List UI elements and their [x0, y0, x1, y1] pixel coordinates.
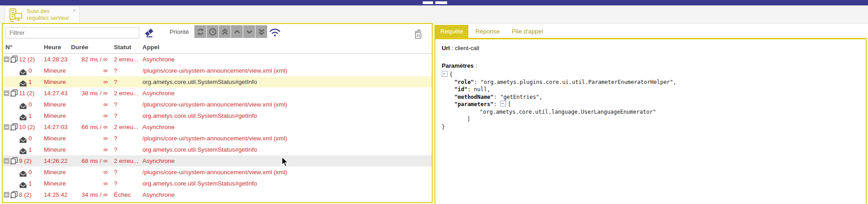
- column-header-heure[interactable]: Heure: [44, 41, 61, 53]
- tab-requete[interactable]: Requête: [435, 25, 468, 38]
- subrequest-row[interactable]: 0Mineure∞?/plugins/core-ui/system-announ…: [3, 133, 432, 144]
- time-cell: Mineure: [44, 178, 66, 189]
- column-header-appel[interactable]: Appel: [142, 41, 160, 53]
- subrequest-row[interactable]: 0Mineure∞?/plugins/core-ui/system-announ…: [3, 65, 432, 76]
- tab-pile-appel[interactable]: Pile d'appel: [507, 25, 548, 38]
- request-row[interactable]: 9 (2)14:26:2268 ms / ∞2 erreu...Asynchro…: [3, 155, 432, 167]
- subrequest-row[interactable]: 0Mineure∞?/plugins/core-ui/system-announ…: [3, 99, 432, 110]
- topbar-fragment: [435, 1, 447, 4]
- request-row[interactable]: 11 (2)14:27:4338 ms / ∞2 erreu...Asynchr…: [3, 88, 432, 99]
- subrequest-number: 1: [28, 110, 32, 121]
- duration-cell: ∞: [66, 144, 108, 155]
- json-key: "id": [454, 86, 467, 93]
- collapse-toggle-icon[interactable]: [4, 158, 9, 164]
- request-row[interactable]: 12 (2)14:28:2382 ms / ∞2 erreu...Asynchr…: [3, 54, 432, 65]
- request-detail-panel: Requête Réponse Pile d'appel Url : clien…: [434, 25, 867, 204]
- requests-table-body: 12 (2)14:28:2382 ms / ∞2 erreu...Asynchr…: [3, 54, 432, 202]
- status-cell: ?: [114, 133, 141, 144]
- status-cell: ?: [114, 167, 141, 178]
- collapse-toggle-icon[interactable]: [4, 192, 9, 198]
- trash-icon[interactable]: [414, 29, 423, 40]
- call-cell: org.ametys.core.util.SystemStatus#getInf…: [142, 76, 430, 88]
- priority-down-button[interactable]: [243, 25, 255, 38]
- status-cell: ?: [114, 144, 141, 155]
- priority-lowest-button[interactable]: [255, 25, 267, 38]
- clear-filter-icon[interactable]: [144, 28, 155, 38]
- wifi-icon[interactable]: [269, 28, 281, 37]
- subrequest-row[interactable]: 1Mineure∞?org.ametys.core.util.SystemSta…: [3, 144, 432, 155]
- collapse-node-icon[interactable]: [500, 101, 506, 107]
- call-cell: Asynchrone: [142, 88, 430, 99]
- call-cell: org.ametys.core.util.SystemStatus#getInf…: [142, 110, 430, 121]
- priority-up-button[interactable]: [231, 25, 243, 38]
- tool-tab-strip: Suivi des requêtes serveur ×: [0, 5, 868, 23]
- message-icon: [19, 79, 27, 85]
- time-cell: Mineure: [44, 65, 66, 76]
- subrequest-row[interactable]: 1Mineure∞?org.ametys.core.util.SystemSta…: [3, 110, 432, 121]
- json-key: "parameters": [454, 101, 494, 107]
- time-cell: Mineure: [44, 144, 66, 155]
- tab-suivi-requetes[interactable]: Suivi des requêtes serveur ×: [5, 6, 80, 23]
- column-header-duree[interactable]: Durée: [71, 41, 88, 53]
- duration-cell: ∞: [66, 133, 108, 144]
- request-row[interactable]: 10 (2)14:27:0366 ms / ∞2 erreu...Asynchr…: [3, 121, 432, 133]
- params-json-tree: {"role": "org.ametys.plugins.core.ui.uti…: [442, 71, 859, 130]
- call-cell: Asynchrone: [142, 54, 430, 65]
- message-icon: [19, 113, 27, 119]
- request-number: 10 (2): [19, 121, 35, 133]
- message-icon: [19, 68, 27, 74]
- status-cell: ?: [114, 178, 141, 189]
- server-requests-icon: [8, 8, 24, 23]
- status-cell: Échec: [114, 189, 141, 200]
- collapse-toggle-icon[interactable]: [4, 90, 9, 96]
- detail-content: Url : client-call Paramètres : {"role": …: [435, 39, 866, 204]
- collapse-toggle-icon[interactable]: [4, 56, 9, 62]
- duration-cell: 66 ms / ∞: [66, 121, 108, 133]
- clock-button[interactable]: [207, 25, 218, 38]
- status-cell: 2 erreu...: [114, 88, 141, 99]
- json-line: "org.ametys.core.util.language.UserLangu…: [442, 108, 859, 116]
- message-icon: [19, 135, 27, 142]
- collapse-node-icon[interactable]: [442, 71, 448, 77]
- request-number: 11 (2): [19, 88, 34, 99]
- call-cell: /plugins/core-ui/system-announcement/vie…: [142, 65, 430, 76]
- subrequest-row[interactable]: 1Mineure∞?org.ametys.core.util.SystemSta…: [3, 178, 432, 189]
- duration-cell: ∞: [66, 110, 108, 121]
- refresh-button[interactable]: [194, 25, 206, 38]
- subrequest-number: 1: [28, 144, 32, 155]
- call-cell: /plugins/core-ui/system-announcement/vie…: [142, 133, 430, 144]
- duration-cell: ∞: [66, 178, 108, 189]
- subrequest-number: 0: [28, 167, 32, 178]
- call-cell: org.ametys.core.util.SystemStatus#getInf…: [142, 144, 430, 155]
- subrequest-row[interactable]: 0Mineure∞?/plugins/core-ui/system-announ…: [3, 167, 432, 178]
- time-cell: Mineure: [44, 167, 66, 178]
- request-number: 12 (2): [19, 54, 35, 65]
- subrequest-row[interactable]: 1Mineure∞?org.ametys.core.util.SystemSta…: [3, 76, 432, 88]
- filter-input[interactable]: [5, 27, 139, 38]
- json-line: {: [442, 71, 859, 79]
- call-cell: /plugins/core-ui/system-announcement/vie…: [142, 167, 430, 178]
- tab-close-icon[interactable]: ×: [72, 7, 76, 14]
- request-group-icon: [10, 56, 18, 63]
- time-cell: 14:26:22: [44, 155, 68, 167]
- tab-reponse[interactable]: Réponse: [471, 25, 505, 38]
- time-cell: 14:25:42: [44, 189, 68, 200]
- duration-cell: ∞: [66, 99, 108, 110]
- json-line: "id": null,: [442, 86, 859, 93]
- message-icon: [19, 181, 27, 187]
- status-cell: ?: [114, 99, 141, 110]
- time-cell: Mineure: [44, 110, 66, 121]
- column-header-num[interactable]: N°: [5, 41, 12, 53]
- column-header-statut[interactable]: Statut: [114, 41, 131, 53]
- status-cell: 2 erreu...: [114, 155, 141, 167]
- topbar-fragment: [423, 1, 433, 4]
- status-cell: ?: [114, 110, 141, 121]
- json-line: ]: [442, 116, 859, 123]
- request-row[interactable]: 8 (2)14:25:4234 ms / ∞ÉchecAsynchrone: [3, 189, 432, 200]
- time-cell: 14:27:03: [44, 121, 68, 133]
- priority-highest-button[interactable]: [219, 25, 231, 38]
- collapse-toggle-icon[interactable]: [4, 124, 9, 130]
- duration-cell: ∞: [66, 167, 108, 178]
- detail-tab-bar: Requête Réponse Pile d'appel: [435, 25, 867, 39]
- duration-cell: ∞: [66, 76, 108, 88]
